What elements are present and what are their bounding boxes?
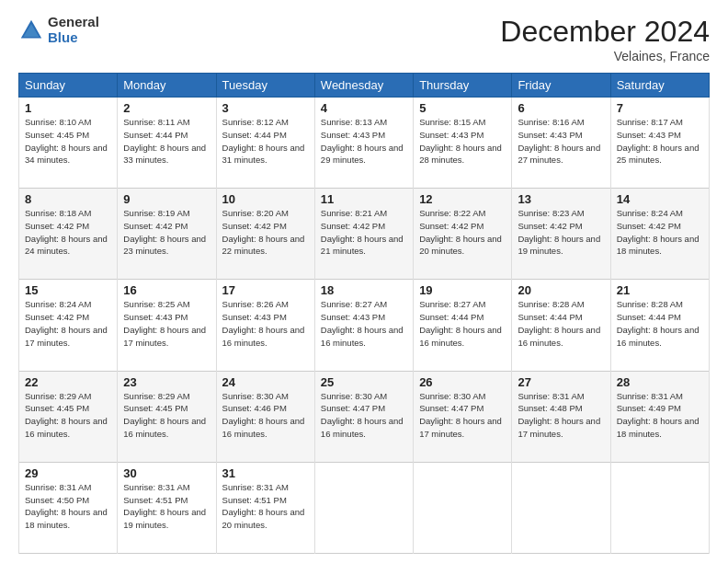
calendar-cell: 9Sunrise: 8:19 AMSunset: 4:42 PMDaylight…: [118, 189, 216, 280]
logo-text: General Blue: [48, 15, 99, 45]
calendar-cell: 18Sunrise: 8:27 AMSunset: 4:43 PMDayligh…: [314, 280, 413, 371]
calendar-cell: 16Sunrise: 8:25 AMSunset: 4:43 PMDayligh…: [118, 280, 216, 371]
calendar-cell: 12Sunrise: 8:22 AMSunset: 4:42 PMDayligh…: [414, 189, 512, 280]
day-number: 5: [419, 101, 506, 115]
day-number: 8: [25, 192, 111, 206]
day-number: 21: [617, 283, 703, 297]
day-number: 18: [321, 283, 407, 297]
cell-details: Sunrise: 8:15 AMSunset: 4:43 PMDaylight:…: [419, 116, 506, 167]
calendar-cell: 29Sunrise: 8:31 AMSunset: 4:50 PMDayligh…: [19, 462, 118, 553]
calendar-header-sunday: Sunday: [19, 74, 118, 98]
calendar-header-saturday: Saturday: [610, 74, 709, 98]
calendar-cell: 25Sunrise: 8:30 AMSunset: 4:47 PMDayligh…: [314, 371, 413, 462]
day-number: 13: [518, 192, 604, 206]
day-number: 20: [518, 283, 604, 297]
cell-details: Sunrise: 8:18 AMSunset: 4:42 PMDaylight:…: [25, 207, 111, 258]
calendar-cell: 6Sunrise: 8:16 AMSunset: 4:43 PMDaylight…: [512, 98, 610, 189]
day-number: 31: [222, 466, 309, 480]
cell-details: Sunrise: 8:28 AMSunset: 4:44 PMDaylight:…: [518, 298, 604, 349]
calendar-cell: 26Sunrise: 8:30 AMSunset: 4:47 PMDayligh…: [414, 371, 512, 462]
cell-details: Sunrise: 8:17 AMSunset: 4:43 PMDaylight:…: [617, 116, 703, 167]
cell-details: Sunrise: 8:28 AMSunset: 4:44 PMDaylight:…: [617, 298, 703, 349]
cell-details: Sunrise: 8:31 AMSunset: 4:51 PMDaylight:…: [222, 481, 309, 532]
title-block: December 2024 Velaines, France: [500, 15, 710, 63]
logo: General Blue: [18, 15, 99, 45]
calendar-header-row: SundayMondayTuesdayWednesdayThursdayFrid…: [19, 74, 710, 98]
calendar-cell: [314, 462, 413, 553]
calendar-cell: 28Sunrise: 8:31 AMSunset: 4:49 PMDayligh…: [610, 371, 709, 462]
cell-details: Sunrise: 8:13 AMSunset: 4:43 PMDaylight:…: [321, 116, 407, 167]
cell-details: Sunrise: 8:29 AMSunset: 4:45 PMDaylight:…: [25, 390, 111, 441]
cell-details: Sunrise: 8:12 AMSunset: 4:44 PMDaylight:…: [222, 116, 309, 167]
day-number: 22: [25, 375, 111, 389]
logo-general-text: General: [48, 15, 99, 30]
cell-details: Sunrise: 8:26 AMSunset: 4:43 PMDaylight:…: [222, 298, 309, 349]
cell-details: Sunrise: 8:30 AMSunset: 4:47 PMDaylight:…: [419, 390, 506, 441]
cell-details: Sunrise: 8:31 AMSunset: 4:48 PMDaylight:…: [518, 390, 604, 441]
day-number: 27: [518, 375, 604, 389]
cell-details: Sunrise: 8:31 AMSunset: 4:50 PMDaylight:…: [25, 481, 111, 532]
calendar-week-row: 8Sunrise: 8:18 AMSunset: 4:42 PMDaylight…: [19, 189, 710, 280]
cell-details: Sunrise: 8:24 AMSunset: 4:42 PMDaylight:…: [25, 298, 111, 349]
calendar-cell: 19Sunrise: 8:27 AMSunset: 4:44 PMDayligh…: [414, 280, 512, 371]
calendar-cell: 2Sunrise: 8:11 AMSunset: 4:44 PMDaylight…: [118, 98, 216, 189]
calendar-cell: 21Sunrise: 8:28 AMSunset: 4:44 PMDayligh…: [610, 280, 709, 371]
cell-details: Sunrise: 8:16 AMSunset: 4:43 PMDaylight:…: [518, 116, 604, 167]
logo-icon: [18, 17, 44, 43]
cell-details: Sunrise: 8:30 AMSunset: 4:47 PMDaylight:…: [321, 390, 407, 441]
calendar-cell: 11Sunrise: 8:21 AMSunset: 4:42 PMDayligh…: [314, 189, 413, 280]
day-number: 23: [123, 375, 210, 389]
day-number: 14: [617, 192, 703, 206]
cell-details: Sunrise: 8:24 AMSunset: 4:42 PMDaylight:…: [617, 207, 703, 258]
cell-details: Sunrise: 8:20 AMSunset: 4:42 PMDaylight:…: [222, 207, 309, 258]
day-number: 9: [123, 192, 210, 206]
cell-details: Sunrise: 8:25 AMSunset: 4:43 PMDaylight:…: [123, 298, 210, 349]
day-number: 6: [518, 101, 604, 115]
day-number: 28: [617, 375, 703, 389]
day-number: 12: [419, 192, 506, 206]
day-number: 3: [222, 101, 309, 115]
calendar-week-row: 22Sunrise: 8:29 AMSunset: 4:45 PMDayligh…: [19, 371, 710, 462]
calendar-week-row: 1Sunrise: 8:10 AMSunset: 4:45 PMDaylight…: [19, 98, 710, 189]
day-number: 1: [25, 101, 111, 115]
calendar-cell: 5Sunrise: 8:15 AMSunset: 4:43 PMDaylight…: [414, 98, 512, 189]
cell-details: Sunrise: 8:30 AMSunset: 4:46 PMDaylight:…: [222, 390, 309, 441]
calendar-cell: 22Sunrise: 8:29 AMSunset: 4:45 PMDayligh…: [19, 371, 118, 462]
day-number: 25: [321, 375, 407, 389]
cell-details: Sunrise: 8:23 AMSunset: 4:42 PMDaylight:…: [518, 207, 604, 258]
calendar-cell: [414, 462, 512, 553]
calendar-cell: 27Sunrise: 8:31 AMSunset: 4:48 PMDayligh…: [512, 371, 610, 462]
calendar-week-row: 29Sunrise: 8:31 AMSunset: 4:50 PMDayligh…: [19, 462, 710, 553]
calendar-cell: 23Sunrise: 8:29 AMSunset: 4:45 PMDayligh…: [118, 371, 216, 462]
calendar-header-wednesday: Wednesday: [314, 74, 413, 98]
calendar-header-friday: Friday: [512, 74, 610, 98]
day-number: 29: [25, 466, 111, 480]
calendar-cell: [610, 462, 709, 553]
calendar-cell: 15Sunrise: 8:24 AMSunset: 4:42 PMDayligh…: [19, 280, 118, 371]
calendar-cell: 24Sunrise: 8:30 AMSunset: 4:46 PMDayligh…: [216, 371, 314, 462]
calendar-cell: [512, 462, 610, 553]
cell-details: Sunrise: 8:29 AMSunset: 4:45 PMDaylight:…: [123, 390, 210, 441]
page: General Blue December 2024 Velaines, Fra…: [0, 0, 728, 563]
calendar-cell: 1Sunrise: 8:10 AMSunset: 4:45 PMDaylight…: [19, 98, 118, 189]
day-number: 17: [222, 283, 309, 297]
calendar-table: SundayMondayTuesdayWednesdayThursdayFrid…: [18, 73, 710, 554]
cell-details: Sunrise: 8:31 AMSunset: 4:49 PMDaylight:…: [617, 390, 703, 441]
day-number: 7: [617, 101, 703, 115]
calendar-cell: 10Sunrise: 8:20 AMSunset: 4:42 PMDayligh…: [216, 189, 314, 280]
header: General Blue December 2024 Velaines, Fra…: [18, 15, 710, 63]
location: Velaines, France: [500, 49, 710, 63]
cell-details: Sunrise: 8:10 AMSunset: 4:45 PMDaylight:…: [25, 116, 111, 167]
cell-details: Sunrise: 8:21 AMSunset: 4:42 PMDaylight:…: [321, 207, 407, 258]
calendar-cell: 4Sunrise: 8:13 AMSunset: 4:43 PMDaylight…: [314, 98, 413, 189]
cell-details: Sunrise: 8:27 AMSunset: 4:43 PMDaylight:…: [321, 298, 407, 349]
day-number: 26: [419, 375, 506, 389]
calendar-cell: 31Sunrise: 8:31 AMSunset: 4:51 PMDayligh…: [216, 462, 314, 553]
calendar-cell: 17Sunrise: 8:26 AMSunset: 4:43 PMDayligh…: [216, 280, 314, 371]
calendar-cell: 7Sunrise: 8:17 AMSunset: 4:43 PMDaylight…: [610, 98, 709, 189]
calendar-cell: 30Sunrise: 8:31 AMSunset: 4:51 PMDayligh…: [118, 462, 216, 553]
day-number: 16: [123, 283, 210, 297]
calendar-cell: 3Sunrise: 8:12 AMSunset: 4:44 PMDaylight…: [216, 98, 314, 189]
calendar-header-tuesday: Tuesday: [216, 74, 314, 98]
cell-details: Sunrise: 8:22 AMSunset: 4:42 PMDaylight:…: [419, 207, 506, 258]
